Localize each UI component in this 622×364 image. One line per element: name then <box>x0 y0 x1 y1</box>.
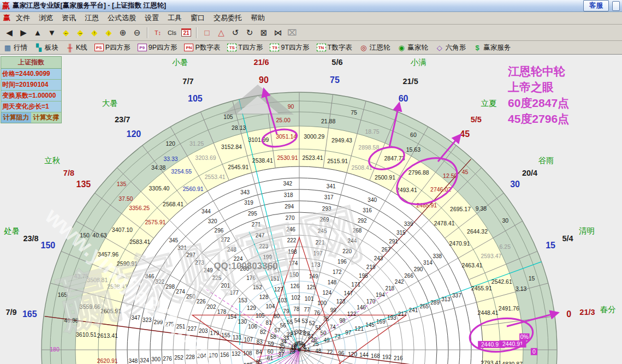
menu-item-news[interactable]: 资讯 <box>62 14 76 22</box>
svg-text:60: 60 <box>410 132 417 138</box>
svg-text:194: 194 <box>376 292 385 298</box>
menu-item-window[interactable]: 窗口 <box>191 14 205 22</box>
menu-item-browse[interactable]: 浏览 <box>39 14 53 22</box>
toolbar-item-hexagon[interactable]: ◇六角形 <box>435 43 466 52</box>
svg-text:2553.41: 2553.41 <box>205 174 226 180</box>
menu-item-tools[interactable]: 工具 <box>168 14 182 22</box>
pan-down-icon[interactable]: ◆↓ <box>102 26 115 39</box>
svg-text:90: 90 <box>288 103 294 110</box>
svg-text:立夏: 立夏 <box>481 99 497 108</box>
menu-item-trade[interactable]: 交易委托 <box>214 14 242 22</box>
svg-text:145: 145 <box>365 322 375 328</box>
rect-tool-icon[interactable]: □ <box>200 26 214 39</box>
svg-text:179: 179 <box>210 330 220 336</box>
nav-down-icon[interactable]: ▼ <box>45 26 58 39</box>
svg-text:105: 105 <box>188 94 203 103</box>
svg-text:103: 103 <box>278 297 287 303</box>
chart-area[interactable]: 1234567891011121324252627282930313233343… <box>0 55 622 364</box>
toolbar-item-p-number-table[interactable]: PNP数字表 <box>184 43 220 52</box>
menu-item-file[interactable]: 文件 <box>16 14 30 22</box>
calendar-tool-icon[interactable]: 21 <box>180 26 193 39</box>
svg-text:318: 318 <box>284 192 293 198</box>
svg-text:2491.76: 2491.76 <box>499 305 519 312</box>
winner-wheel-icon: ◉ <box>397 44 406 52</box>
svg-text:59: 59 <box>268 341 274 347</box>
calc-support-button[interactable]: 计算支撑 <box>31 112 61 123</box>
rotate-cw-tool-icon[interactable]: ↻ <box>243 26 256 39</box>
calc-resistance-button[interactable]: 计算阻力 <box>1 112 31 123</box>
cls-tool-icon[interactable]: Cls <box>165 26 179 39</box>
menu-item-gann[interactable]: 江恩 <box>85 14 99 22</box>
kline-icon: ╫ <box>66 44 74 52</box>
toolbar-item-p-square[interactable]: PSP四方形 <box>94 43 131 52</box>
svg-text:316: 316 <box>363 207 372 213</box>
svg-text:9.38: 9.38 <box>476 205 487 212</box>
partial-button[interactable] <box>612 1 620 11</box>
nav-prev-icon[interactable]: ◀ <box>3 26 16 39</box>
updown-tool-icon[interactable]: T↕ <box>151 26 164 39</box>
svg-text:51: 51 <box>315 325 322 331</box>
triangle-tool-icon[interactable]: △ <box>215 26 228 39</box>
toolbar-item-sector[interactable]: ▚板块 <box>34 43 58 52</box>
svg-text:75: 75 <box>330 75 340 85</box>
quote-icon: ▦ <box>3 44 12 52</box>
svg-text:45: 45 <box>460 129 470 139</box>
svg-text:265: 265 <box>419 303 429 309</box>
svg-text:155: 155 <box>221 332 230 338</box>
menu-item-settings[interactable]: 设置 <box>145 14 159 22</box>
rotate-ccw-tool-icon[interactable]: ↺ <box>229 26 242 39</box>
toolbar-item-t-square[interactable]: TST四方形 <box>227 43 263 52</box>
toolbar-item-winner-wheel[interactable]: ◉赢家轮 <box>397 43 428 52</box>
svg-text:2620.91: 2620.91 <box>97 357 118 364</box>
9t-square-icon: T9 <box>270 44 279 51</box>
toolbar-item-winner-service[interactable]: $赢家服务 <box>473 43 511 52</box>
svg-text:2898.58: 2898.58 <box>358 144 379 151</box>
titlebar[interactable]: 赢 赢家江恩专业版[赢家服务平台] - [上证指数 江恩轮] 客服 <box>0 0 622 12</box>
svg-text:2470.91: 2470.91 <box>449 240 470 247</box>
svg-text:135: 135 <box>76 180 91 189</box>
svg-text:148: 148 <box>328 279 337 285</box>
svg-text:123: 123 <box>336 299 346 305</box>
box-x-tool-icon[interactable]: ⊠ <box>257 26 270 39</box>
zoom-out-icon[interactable]: ⊖ <box>131 26 144 39</box>
t-square-icon: TS <box>227 44 236 51</box>
svg-text:2448.41: 2448.41 <box>478 309 499 316</box>
svg-text:120: 120 <box>126 129 141 139</box>
nav-up-icon[interactable]: ▲ <box>31 26 44 39</box>
svg-text:126: 126 <box>291 283 300 289</box>
svg-text:21/5: 21/5 <box>402 77 418 86</box>
toolbar-item-label: 9T四方形 <box>281 43 309 52</box>
toolbar-item-gann-wheel[interactable]: ◎江恩轮 <box>359 43 390 52</box>
svg-text:28.13: 28.13 <box>232 124 246 131</box>
toolbar-item-t-number-table[interactable]: TNT数字表 <box>317 43 352 52</box>
svg-text:170: 170 <box>366 299 376 305</box>
menu-item-formula-select[interactable]: 公式选股 <box>108 14 136 22</box>
service-button[interactable]: 客服 <box>583 0 609 11</box>
svg-text:77: 77 <box>304 307 311 313</box>
pan-left-icon[interactable]: ◆← <box>60 26 73 39</box>
nav-next-icon[interactable]: ▶ <box>17 26 30 39</box>
sector-icon: ▚ <box>34 44 43 52</box>
toolbar-item-9p-square[interactable]: P99P四方形 <box>138 43 177 52</box>
svg-text:12.50: 12.50 <box>443 172 457 179</box>
svg-text:60: 60 <box>399 94 408 103</box>
center-mark-tool-icon[interactable]: ⋈ <box>271 26 285 39</box>
toolbar-item-kline[interactable]: ╫K线 <box>66 43 87 52</box>
svg-text:23/7: 23/7 <box>115 115 130 124</box>
menu-item-help[interactable]: 帮助 <box>251 14 265 22</box>
svg-text:90: 90 <box>259 75 269 85</box>
svg-text:37: 37 <box>278 352 285 358</box>
svg-text:2644.32: 2644.32 <box>467 228 488 235</box>
svg-text:48: 48 <box>315 348 322 354</box>
pan-up-icon[interactable]: ◆↑ <box>88 26 101 39</box>
toolbar-item-quote[interactable]: ▦行情 <box>3 43 27 52</box>
zoom-in-icon[interactable]: ⊕ <box>116 26 129 39</box>
clear-tool-icon[interactable]: ⌧ <box>286 26 299 39</box>
toolbar-item-9t-square[interactable]: T99T四方形 <box>270 43 309 52</box>
svg-text:2575.91: 2575.91 <box>145 219 165 225</box>
t-number-table-icon: TN <box>317 44 326 51</box>
svg-text:313: 313 <box>441 296 451 302</box>
svg-text:290: 290 <box>414 266 423 272</box>
svg-text:3101.99: 3101.99 <box>248 136 269 143</box>
pan-right-icon[interactable]: ◆→ <box>74 26 87 39</box>
